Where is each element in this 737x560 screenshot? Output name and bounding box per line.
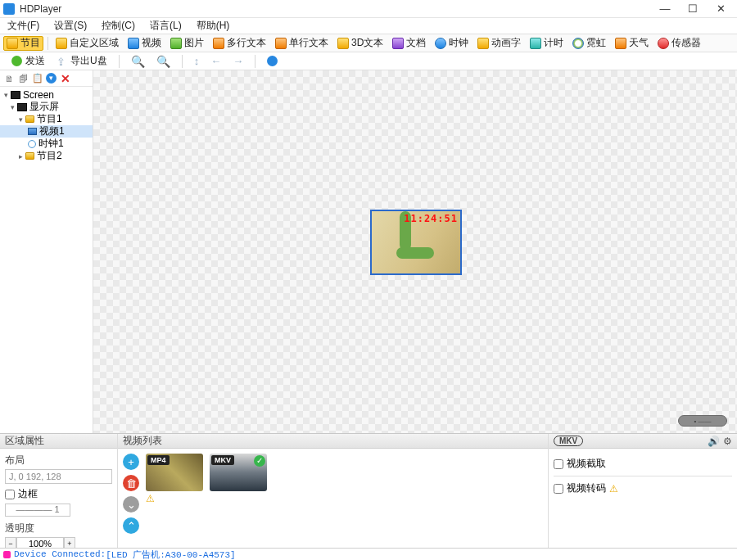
clock-overlay: 11:24:51	[404, 213, 458, 224]
ribbon-weather[interactable]: 天气	[612, 36, 652, 51]
format-badge: MKV	[211, 455, 234, 465]
ribbon-clock[interactable]: 时钟	[432, 36, 472, 51]
action-toolbar: 发送 ⇪导出U盘 🔍 🔍 ↕ ← →	[0, 52, 737, 70]
ribbon-multi-text[interactable]: 多行文本	[210, 36, 269, 51]
preview-region[interactable]: 11:24:51	[370, 210, 462, 275]
menu-settings[interactable]: 设置(S)	[50, 19, 91, 33]
ribbon-image[interactable]: 图片	[167, 36, 207, 51]
ribbon-anim[interactable]: 动画字	[474, 36, 524, 51]
display-icon	[17, 103, 27, 111]
close-button[interactable]: ✕	[708, 1, 734, 17]
border-checkbox[interactable]	[5, 490, 15, 499]
video-thumb-1[interactable]: MP4 ⚠	[146, 454, 203, 504]
ribbon-timer[interactable]: 计时	[527, 36, 567, 51]
maximize-button[interactable]: ☐	[680, 1, 706, 17]
crop-checkbox[interactable]	[554, 459, 563, 469]
canvas[interactable]: 11:24:51 • ——	[93, 70, 737, 433]
transcode-checkbox[interactable]	[554, 484, 563, 494]
ribbon-video[interactable]: 视频	[124, 36, 165, 51]
text3d-icon	[337, 38, 349, 49]
coords-input[interactable]: J, 0 192, 128	[5, 469, 112, 484]
tree-node-video1[interactable]: 视频1	[0, 125, 93, 138]
image-icon	[170, 38, 182, 49]
zoom-indicator[interactable]: • ——	[678, 415, 727, 427]
zoom-in-button[interactable]: 🔍	[126, 54, 150, 69]
play-icon	[267, 56, 278, 66]
opacity-dec-button[interactable]: −	[5, 537, 16, 548]
tree-delete-button[interactable]: ✕	[59, 72, 71, 84]
opacity-input[interactable]	[16, 537, 64, 548]
window-title: HDPlayer	[20, 3, 652, 15]
tree-node-clock1[interactable]: 时钟1	[0, 138, 93, 150]
plus-icon: ▾	[46, 73, 57, 84]
format-badge: MP4	[147, 455, 170, 465]
layout-label: 布局	[5, 454, 112, 467]
format-pill: MKV	[554, 436, 583, 446]
status-device-label: [LED 广告机:A30-00-A4573]	[106, 549, 235, 561]
export-icon: ⇪	[57, 56, 67, 66]
menu-bar: 文件(F) 设置(S) 控制(C) 语言(L) 帮助(H)	[0, 18, 737, 34]
thumb-image: MP4	[146, 454, 203, 491]
ribbon-program[interactable]: 节目	[3, 36, 43, 51]
ribbon-doc[interactable]: 文档	[389, 36, 429, 51]
delete-icon: ✕	[61, 72, 70, 85]
menu-file[interactable]: 文件(F)	[3, 19, 43, 33]
tree-toolbar: 🗎 🗐 📋 ▾ ✕	[0, 70, 93, 87]
video-thumb-2[interactable]: MKV ✓	[210, 454, 267, 504]
ribbon-sensor[interactable]: 传感器	[654, 36, 704, 51]
tree-node-display[interactable]: ▾显示屏	[0, 101, 93, 113]
menu-control[interactable]: 控制(C)	[97, 19, 139, 33]
status-connected-label: Device Connected:	[14, 549, 106, 559]
minimize-button[interactable]: —	[652, 1, 678, 17]
opacity-inc-button[interactable]: +	[64, 537, 75, 548]
screen-icon	[11, 91, 20, 99]
app-icon	[3, 3, 15, 15]
nav-prev-button[interactable]: ←	[206, 54, 226, 68]
thumb-image: MKV ✓	[210, 454, 267, 491]
video-icon	[128, 38, 139, 49]
opacity-spinner: − +	[5, 537, 112, 548]
tree-add-button[interactable]: ▾	[45, 72, 57, 84]
send-button[interactable]: 发送	[7, 53, 50, 69]
tree-new-button[interactable]: 🗎	[3, 72, 16, 84]
vlist-add-button[interactable]: +	[123, 454, 139, 470]
audio-icon[interactable]: 🔊	[708, 436, 720, 447]
transcode-label: 视频转码	[567, 481, 606, 495]
program-node-icon	[25, 152, 34, 160]
menu-help[interactable]: 帮助(H)	[192, 19, 234, 33]
vlist-move-down-button[interactable]: ⌄	[123, 496, 139, 513]
menu-language[interactable]: 语言(L)	[146, 19, 186, 33]
check-icon: ✓	[254, 455, 265, 467]
area-properties-panel: 区域属性 布局 J, 0 192, 128 边框 ———— 1 透明度 − +	[0, 434, 118, 548]
align-left-button[interactable]: ↕	[189, 54, 205, 68]
export-usb-button[interactable]: ⇪导出U盘	[52, 53, 112, 69]
program-node-icon	[25, 115, 34, 123]
tree-node-program2[interactable]: ▸节目2	[0, 150, 93, 162]
neon-icon	[572, 38, 584, 49]
clock-node-icon	[28, 140, 36, 148]
tree-node-screen[interactable]: ▾Screen	[0, 88, 93, 101]
video-node-icon	[28, 128, 37, 135]
custom-area-icon	[56, 38, 67, 49]
play-button[interactable]	[262, 55, 283, 67]
sidebar: 🗎 🗐 📋 ▾ ✕ ▾Screen ▾显示屏 ▾节目1 视频1 时钟1 ▸节目2	[0, 70, 93, 433]
ribbon-toolbar: 节目 自定义区域 视频 图片 多行文本 单行文本 3D文本 文档 时钟 动画字 …	[0, 34, 737, 52]
border-style-select[interactable]: ———— 1	[5, 504, 70, 517]
tree-paste-button[interactable]: 📋	[31, 72, 43, 84]
send-icon	[11, 56, 22, 66]
ribbon-single-text[interactable]: 单行文本	[272, 36, 332, 51]
status-bar: Device Connected: [LED 广告机:A30-00-A4573]	[0, 548, 737, 560]
tree-node-program1[interactable]: ▾节目1	[0, 113, 93, 125]
vlist-move-up-button[interactable]: ⌃	[123, 517, 139, 534]
ribbon-custom-area[interactable]: 自定义区域	[52, 36, 122, 51]
ribbon-neon[interactable]: 霓虹	[569, 36, 609, 51]
ribbon-3d-text[interactable]: 3D文本	[334, 36, 387, 51]
video-list-tools: + 🗑 ⌄ ⌃	[123, 454, 139, 534]
prev-icon: ←	[210, 55, 221, 67]
zoom-out-button[interactable]: 🔍	[151, 54, 175, 69]
settings-icon[interactable]: ⚙	[723, 436, 732, 447]
vlist-delete-button[interactable]: 🗑	[123, 475, 139, 491]
format-panel: MKV 🔊 ⚙ 视频截取 视频转码⚠	[549, 434, 737, 548]
nav-next-button[interactable]: →	[228, 54, 248, 68]
tree-copy-button[interactable]: 🗐	[17, 72, 29, 84]
